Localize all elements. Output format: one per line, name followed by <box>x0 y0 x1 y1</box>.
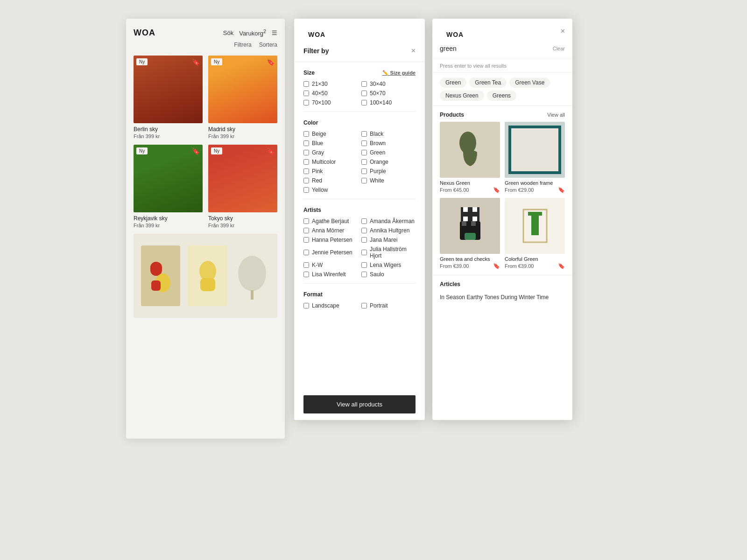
product-card[interactable]: Ny Reykjavik sky Från 399 kr 🔖 <box>134 145 203 228</box>
product-name: Berlin sky <box>134 126 203 133</box>
bookmark-icon[interactable]: 🔖 <box>267 58 275 66</box>
artist-option[interactable]: Amanda Åkerman <box>361 218 416 224</box>
artist-option[interactable]: Jana Marei <box>361 237 416 243</box>
sort-btn[interactable]: Sortera <box>259 42 277 48</box>
cart-link[interactable]: Varukorg2 <box>239 28 266 37</box>
svg-rect-6 <box>251 290 254 300</box>
size-option[interactable]: 30×40 <box>361 81 416 87</box>
size-option[interactable]: 70×100 <box>303 99 358 106</box>
article-item[interactable]: In Season Earthy Tones During Winter Tim… <box>440 291 565 303</box>
color-option-purple[interactable]: Purple <box>361 168 416 175</box>
artist-option[interactable]: Saulo <box>361 271 416 278</box>
search-product-colorful-green[interactable]: Colorful Green From €39.00 🔖 <box>505 198 565 269</box>
artist-option[interactable]: Annika Hultgren <box>361 227 416 234</box>
filter-section-artists-title: Artists <box>303 207 416 213</box>
search-product-name: Green wooden frame <box>505 180 565 186</box>
size-option[interactable]: 100×140 <box>361 99 416 106</box>
menu-icon[interactable]: ☰ <box>272 29 277 36</box>
filter-section-size-title: Size ✏️ Size guide <box>303 70 416 76</box>
artist-option[interactable]: Jennie Petersen <box>303 246 358 259</box>
color-option-beige[interactable]: Beige <box>303 131 358 137</box>
bookmark-icon[interactable]: 🔖 <box>192 58 200 66</box>
sub-bar: Filtrera Sortera <box>134 42 277 48</box>
artist-option[interactable]: Julia Hallström Hjort <box>361 246 416 259</box>
product-name: Madrid sky <box>208 126 277 133</box>
color-option-pink[interactable]: Pink <box>303 168 358 175</box>
format-option-portrait[interactable]: Portrait <box>361 302 416 309</box>
svg-rect-16 <box>462 221 466 226</box>
search-product-green-tea[interactable]: Green tea and checks From €39.00 🔖 <box>440 198 500 269</box>
svg-rect-20 <box>528 212 542 216</box>
color-options: Beige Black Blue Brown Gray Green Multic… <box>303 131 416 193</box>
bookmark-icon[interactable]: 🔖 <box>493 263 500 269</box>
filter-close-button[interactable]: × <box>411 47 416 55</box>
suggestion-tag-green[interactable]: Green <box>440 77 466 88</box>
color-option-yellow[interactable]: Yellow <box>303 187 358 193</box>
color-option-gray[interactable]: Gray <box>303 149 358 156</box>
search-panel-close-button[interactable]: × <box>561 27 565 35</box>
color-option-white[interactable]: White <box>361 177 416 184</box>
product-price: Från 399 kr <box>134 223 203 228</box>
product-card[interactable]: Ny Berlin sky Från 399 kr 🔖 <box>134 56 203 139</box>
suggestion-tag-greens[interactable]: Greens <box>487 91 516 101</box>
color-option-blue[interactable]: Blue <box>303 140 358 147</box>
new-badge: Ny <box>211 58 222 65</box>
color-option-brown[interactable]: Brown <box>361 140 416 147</box>
filter-header: Filter by × <box>294 38 425 62</box>
search-products-grid: Nexus Green From €45.00 🔖 Green wooden f… <box>432 122 572 275</box>
view-all-products-button[interactable]: View all products <box>303 395 416 413</box>
bookmark-icon[interactable]: 🔖 <box>192 147 200 155</box>
color-option-green[interactable]: Green <box>361 149 416 156</box>
search-clear-button[interactable]: Clear <box>553 46 565 51</box>
view-all-products-link[interactable]: View all <box>547 112 565 118</box>
bookmark-icon[interactable]: 🔖 <box>558 263 565 269</box>
filter-section-color-title: Color <box>303 119 416 126</box>
size-options: 21×30 30×40 40×50 50×70 70×100 100×140 <box>303 81 416 106</box>
main-top-bar: WOA Sök Varukorg2 ☰ <box>134 28 277 38</box>
artist-option[interactable]: Lena Wigers <box>361 262 416 268</box>
artist-option[interactable]: Anna Mörner <box>303 227 358 234</box>
products-section-header: Products View all <box>432 106 572 122</box>
main-panel: WOA Sök Varukorg2 ☰ Filtrera Sortera Ny … <box>126 19 285 439</box>
suggestion-tag-green-tea[interactable]: Green Tea <box>469 77 507 88</box>
search-input[interactable] <box>440 45 549 52</box>
suggestion-tag-green-vase[interactable]: Green Vase <box>509 77 550 88</box>
size-guide-link[interactable]: ✏️ Size guide <box>382 70 416 76</box>
artist-option[interactable]: Lisa Wirenfelt <box>303 271 358 278</box>
artists-options: Agathe Berjaut Amanda Åkerman Anna Mörne… <box>303 218 416 278</box>
lamp-image <box>235 248 270 304</box>
filter-panel-top: WOA <box>294 19 425 38</box>
product-card[interactable]: Ny Madrid sky Från 399 kr 🔖 <box>208 56 277 139</box>
size-option[interactable]: 40×50 <box>303 90 358 97</box>
artist-option[interactable]: Hanna Petersen <box>303 237 358 243</box>
color-option-orange[interactable]: Orange <box>361 159 416 165</box>
artist-option[interactable]: K-W <box>303 262 358 268</box>
search-product-price: From €45.00 <box>440 187 469 193</box>
svg-rect-11 <box>463 207 468 212</box>
artist-option[interactable]: Agathe Berjaut <box>303 218 358 224</box>
search-hint: Press enter to view all results <box>432 59 572 73</box>
color-option-black[interactable]: Black <box>361 131 416 137</box>
bookmark-icon[interactable]: 🔖 <box>267 147 275 155</box>
product-card-wide[interactable] <box>134 234 277 321</box>
size-option[interactable]: 21×30 <box>303 81 358 87</box>
color-option-multicolor[interactable]: Multicolor <box>303 159 358 165</box>
search-product-nexus-green[interactable]: Nexus Green From €45.00 🔖 <box>440 122 500 193</box>
search-link[interactable]: Sök <box>223 29 233 36</box>
filter-btn[interactable]: Filtrera <box>234 42 251 48</box>
search-suggestions: Green Green Tea Green Vase Nexus Green G… <box>432 73 572 106</box>
search-product-image <box>440 122 500 178</box>
product-card[interactable]: Ny Tokyo sky Från 399 kr 🔖 <box>208 145 277 228</box>
bookmark-icon[interactable]: 🔖 <box>493 187 500 193</box>
svg-rect-21 <box>531 216 539 235</box>
color-option-red[interactable]: Red <box>303 177 358 184</box>
new-badge: Ny <box>211 147 222 154</box>
svg-rect-18 <box>465 233 476 240</box>
bookmark-icon[interactable]: 🔖 <box>558 187 565 193</box>
format-option-landscape[interactable]: Landscape <box>303 302 358 309</box>
product-price: Från 399 kr <box>208 133 277 139</box>
size-option[interactable]: 50×70 <box>361 90 416 97</box>
product-name: Tokyo sky <box>208 215 277 222</box>
search-product-green-frame[interactable]: Green wooden frame From €29.00 🔖 <box>505 122 565 193</box>
suggestion-tag-nexus-green[interactable]: Nexus Green <box>440 91 484 101</box>
